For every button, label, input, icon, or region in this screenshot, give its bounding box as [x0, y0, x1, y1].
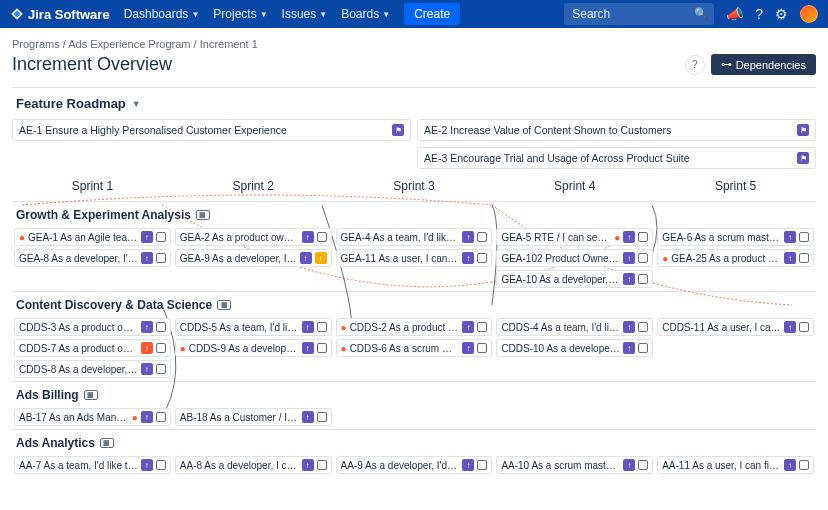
- issue-card[interactable]: CDDS-10 As a developer, I can up…↑: [496, 339, 653, 357]
- issue-card[interactable]: AA-10 As a scrum master, I'd like …↑: [496, 456, 653, 474]
- crumb-increment[interactable]: Increment 1: [200, 38, 258, 50]
- feature-card[interactable]: AE-3 Encourage Trial and Usage of Across…: [417, 147, 816, 169]
- checkbox-icon: [638, 460, 648, 470]
- priority-icon: ↑: [784, 459, 796, 471]
- priority-icon: ↑: [141, 252, 153, 264]
- chevron-down-icon: ▼: [191, 10, 199, 19]
- checkbox-icon: [317, 232, 327, 242]
- priority-icon: ↑: [623, 459, 635, 471]
- checkbox-icon: [477, 232, 487, 242]
- checkbox-icon: [317, 322, 327, 332]
- warning-icon: !: [315, 252, 327, 264]
- checkbox-icon: [638, 322, 648, 332]
- issue-card[interactable]: GEA-4 As a team, I'd like to estim…↑: [336, 228, 493, 246]
- issue-card[interactable]: GEA-9 As a developer, I can upda…↑!: [175, 249, 332, 267]
- sprint-col: Sprint 2: [173, 175, 334, 197]
- priority-icon: ↑: [300, 252, 312, 264]
- issue-card[interactable]: AB-17 As an Ads Manager / I only …●↑: [14, 408, 171, 426]
- nav-issues[interactable]: Issues▼: [282, 7, 328, 21]
- warning-icon: ●: [180, 343, 186, 354]
- feedback-icon[interactable]: 📣: [726, 6, 743, 22]
- issue-card[interactable]: CDDS-8 As a developer, I'd like to…↑: [14, 360, 171, 378]
- product-name: Jira Software: [28, 7, 110, 22]
- breadcrumb: Programs / Ads Experience Program / Incr…: [12, 38, 816, 50]
- create-button[interactable]: Create: [404, 3, 460, 25]
- checkbox-icon: [638, 232, 648, 242]
- issue-card[interactable]: ●GEA-1 As an Agile team, I'd like to…↑: [14, 228, 171, 246]
- feature-card[interactable]: AE-1 Ensure a Highly Personalised Custom…: [12, 119, 411, 141]
- issue-card[interactable]: AA-9 As a developer, I'd like to u…↑: [336, 456, 493, 474]
- issue-card[interactable]: CDDS-5 As a team, I'd like to com…↑: [175, 318, 332, 336]
- issue-card[interactable]: GEA-8 As a developer, I'd like to u…↑: [14, 249, 171, 267]
- warning-icon: ●: [341, 343, 347, 354]
- priority-icon: ↑: [141, 363, 153, 375]
- checkbox-icon: [156, 343, 166, 353]
- swimlane-header[interactable]: Content Discovery & Data Science▦: [12, 292, 816, 318]
- issue-card[interactable]: GEA-11 As a user, I can find impor…↑: [336, 249, 493, 267]
- priority-icon: ↑: [462, 321, 474, 333]
- issue-card[interactable]: GEA-102 Product Owner / drag a…↑: [496, 249, 653, 267]
- jira-icon: [10, 7, 24, 21]
- nav-dashboards[interactable]: Dashboards▼: [124, 7, 200, 21]
- chevron-down-icon: ▼: [132, 99, 141, 109]
- priority-icon: ↑: [302, 342, 314, 354]
- chevron-down-icon: ▼: [319, 10, 327, 19]
- swimlane-header[interactable]: Ads Analytics▦: [12, 430, 816, 456]
- checkbox-icon: [156, 322, 166, 332]
- sprint-col: Sprint 1: [12, 175, 173, 197]
- priority-icon: ↑: [141, 411, 153, 423]
- issue-card[interactable]: ●GEA-25 As a product owner I can …↑: [657, 249, 814, 267]
- swimlane-gea: Growth & Experiment Analysis▦ ●GEA-1 As …: [12, 201, 816, 291]
- nav-boards[interactable]: Boards▼: [341, 7, 390, 21]
- priority-icon: ↑: [302, 459, 314, 471]
- sprint-header-row: Sprint 1 Sprint 2 Sprint 3 Sprint 4 Spri…: [12, 175, 816, 197]
- epic-icon: ⚑: [797, 124, 809, 136]
- crumb-program[interactable]: Ads Experience Program: [68, 38, 190, 50]
- checkbox-icon: [799, 322, 809, 332]
- priority-icon: ↑: [141, 231, 153, 243]
- checkbox-icon: [638, 343, 648, 353]
- checkbox-icon: [477, 460, 487, 470]
- feature-roadmap-header[interactable]: Feature Roadmap ▼: [12, 87, 816, 119]
- checkbox-icon: [156, 460, 166, 470]
- issue-card[interactable]: CDDS-4 As a team, I'd like to esti…↑: [496, 318, 653, 336]
- search-wrap: 🔍: [564, 3, 714, 25]
- swimlane-cdds: Content Discovery & Data Science▦ CDDS-3…: [12, 291, 816, 381]
- help-button[interactable]: ?: [685, 55, 705, 75]
- settings-icon[interactable]: ⚙: [775, 6, 788, 22]
- issue-card[interactable]: CDDS-11 As a user, I can find imp…↑: [657, 318, 814, 336]
- priority-icon: ↑: [784, 321, 796, 333]
- issue-card[interactable]: AA-8 As a developer, I can updat…↑: [175, 456, 332, 474]
- issue-card[interactable]: ●CDDS-9 As a developer, I can up…↑: [175, 339, 332, 357]
- checkbox-icon: [317, 460, 327, 470]
- swimlane-header[interactable]: Growth & Experiment Analysis▦: [12, 202, 816, 228]
- priority-icon: ↑: [784, 252, 796, 264]
- crumb-programs[interactable]: Programs: [12, 38, 60, 50]
- checkbox-icon: [317, 412, 327, 422]
- issue-card[interactable]: GEA-5 RTE / I can see dependenc…●↑: [496, 228, 653, 246]
- warning-icon: ●: [19, 232, 25, 243]
- feature-card[interactable]: AE-2 Increase Value of Content Shown to …: [417, 119, 816, 141]
- avatar[interactable]: [800, 5, 818, 23]
- chevron-down-icon: ▼: [260, 10, 268, 19]
- issue-card[interactable]: ●CDDS-2 As a product owner, I'd li…↑: [336, 318, 493, 336]
- issue-card[interactable]: AA-11 As a user, I can find import…↑: [657, 456, 814, 474]
- issue-card[interactable]: AB-18 As a Customer / I want to v…↑: [175, 408, 332, 426]
- checkbox-icon: [317, 343, 327, 353]
- search-input[interactable]: [564, 3, 714, 25]
- issue-card[interactable]: AA-7 As a team, I'd like to commit…↑: [14, 456, 171, 474]
- product-logo[interactable]: Jira Software: [10, 7, 110, 22]
- priority-icon: ↑: [623, 342, 635, 354]
- swimlane-header[interactable]: Ads Billing▦: [12, 382, 816, 408]
- dependencies-button[interactable]: ⊶ Dependencies: [711, 54, 816, 75]
- nav-projects[interactable]: Projects▼: [213, 7, 267, 21]
- priority-icon: ↑: [623, 273, 635, 285]
- help-icon[interactable]: ?: [755, 6, 763, 22]
- issue-card[interactable]: CDDS-7 As a product owner, I'd li…↑: [14, 339, 171, 357]
- issue-card[interactable]: GEA-6 As a scrum master, I'd like …↑: [657, 228, 814, 246]
- issue-card[interactable]: GEA-2 As a product owner, I'd lik…↑: [175, 228, 332, 246]
- issue-card[interactable]: CDDS-3 As a product owner, I'd li…↑: [14, 318, 171, 336]
- issue-card[interactable]: ●CDDS-6 As a scrum master, I'd lik…↑: [336, 339, 493, 357]
- issue-card[interactable]: GEA-10 As a developer, I can upd…↑: [496, 270, 653, 288]
- checkbox-icon: [156, 232, 166, 242]
